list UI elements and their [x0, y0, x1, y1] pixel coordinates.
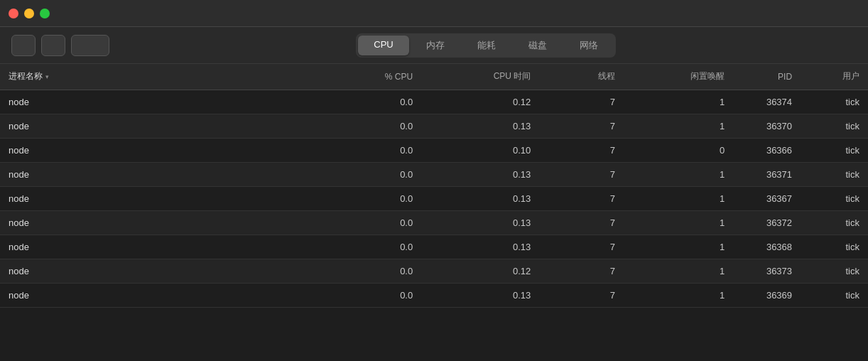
- main-content: CPU内存能耗磁盘网络 进程名称▾% CPUCPU 时间线程闲置唤醒PID用户 …: [0, 27, 868, 361]
- cell-pid-3: 36371: [733, 162, 801, 186]
- tab-group: CPU内存能耗磁盘网络: [356, 33, 615, 58]
- cell-name-6: node: [0, 235, 320, 259]
- cell-idle-1: 1: [624, 114, 733, 138]
- cell-cpu-7: 0.0: [320, 259, 421, 283]
- cell-user-6: tick: [801, 235, 868, 259]
- cell-ctime-1: 0.13: [421, 114, 539, 138]
- cell-pid-8: 36369: [733, 283, 801, 307]
- cell-pid-1: 36370: [733, 114, 801, 138]
- table-row[interactable]: node0.00.127136374tick: [0, 90, 868, 114]
- cell-name-1: node: [0, 114, 320, 138]
- cell-cpu-3: 0.0: [320, 162, 421, 186]
- cell-name-5: node: [0, 210, 320, 235]
- cell-ctime-8: 0.13: [421, 283, 539, 307]
- col-header-name[interactable]: 进程名称▾: [0, 64, 320, 90]
- cell-cpu-2: 0.0: [320, 138, 421, 162]
- cell-name-4: node: [0, 186, 320, 210]
- cell-user-4: tick: [801, 186, 868, 210]
- cell-idle-8: 1: [624, 283, 733, 307]
- col-header-ctime[interactable]: CPU 时间: [421, 64, 539, 90]
- cell-pid-0: 36374: [733, 90, 801, 114]
- cell-name-8: node: [0, 283, 320, 307]
- cell-user-8: tick: [801, 283, 868, 307]
- col-header-pid[interactable]: PID: [733, 64, 801, 90]
- info-button[interactable]: [41, 35, 65, 56]
- cell-thread-7: 7: [539, 259, 624, 283]
- tab-network[interactable]: 网络: [564, 36, 614, 55]
- table-row[interactable]: node0.00.137136369tick: [0, 283, 868, 307]
- cell-user-0: tick: [801, 90, 868, 114]
- cell-thread-2: 7: [539, 138, 624, 162]
- col-header-thread[interactable]: 线程: [539, 64, 624, 90]
- close-process-button[interactable]: [11, 35, 36, 56]
- cell-cpu-5: 0.0: [320, 210, 421, 235]
- tab-memory[interactable]: 内存: [411, 36, 460, 55]
- cell-cpu-1: 0.0: [320, 114, 421, 138]
- cell-ctime-6: 0.13: [421, 235, 539, 259]
- cell-pid-7: 36373: [733, 259, 801, 283]
- col-header-idle[interactable]: 闲置唤醒: [624, 64, 733, 90]
- cell-thread-0: 7: [539, 90, 624, 114]
- cell-user-1: tick: [801, 114, 868, 138]
- table-row[interactable]: node0.00.137136370tick: [0, 114, 868, 138]
- cell-ctime-3: 0.13: [421, 162, 539, 186]
- sort-arrow-icon: ▾: [45, 73, 49, 80]
- cell-cpu-0: 0.0: [320, 90, 421, 114]
- cell-name-7: node: [0, 259, 320, 283]
- cell-pid-2: 36366: [733, 138, 801, 162]
- table-row[interactable]: node0.00.107036366tick: [0, 138, 868, 162]
- table-header-row: 进程名称▾% CPUCPU 时间线程闲置唤醒PID用户: [0, 64, 868, 90]
- cell-ctime-7: 0.12: [421, 259, 539, 283]
- tab-disk[interactable]: 磁盘: [513, 36, 563, 55]
- cell-ctime-5: 0.13: [421, 210, 539, 235]
- table-row[interactable]: node0.00.127136373tick: [0, 259, 868, 283]
- cell-name-3: node: [0, 162, 320, 186]
- cell-thread-1: 7: [539, 114, 624, 138]
- tab-energy[interactable]: 能耗: [462, 36, 511, 55]
- tab-cpu[interactable]: CPU: [358, 36, 408, 55]
- table-row[interactable]: node0.00.137136372tick: [0, 210, 868, 235]
- cell-idle-6: 1: [624, 235, 733, 259]
- col-header-cpu[interactable]: % CPU: [320, 64, 421, 90]
- cell-ctime-2: 0.10: [421, 138, 539, 162]
- maximize-window-button[interactable]: [40, 9, 50, 18]
- gear-menu-button[interactable]: [71, 35, 109, 56]
- toolbar: CPU内存能耗磁盘网络: [0, 27, 868, 64]
- process-table: 进程名称▾% CPUCPU 时间线程闲置唤醒PID用户 node0.00.127…: [0, 64, 868, 308]
- cell-thread-6: 7: [539, 235, 624, 259]
- cell-thread-8: 7: [539, 283, 624, 307]
- title-bar: [0, 0, 868, 27]
- cell-idle-3: 1: [624, 162, 733, 186]
- table-row[interactable]: node0.00.137136371tick: [0, 162, 868, 186]
- cell-idle-7: 1: [624, 259, 733, 283]
- col-header-user[interactable]: 用户: [801, 64, 868, 90]
- cell-ctime-4: 0.13: [421, 186, 539, 210]
- cell-name-2: node: [0, 138, 320, 162]
- cell-thread-5: 7: [539, 210, 624, 235]
- cell-pid-5: 36372: [733, 210, 801, 235]
- cell-user-5: tick: [801, 210, 868, 235]
- table-row[interactable]: node0.00.137136367tick: [0, 186, 868, 210]
- cell-user-3: tick: [801, 162, 868, 186]
- minimize-window-button[interactable]: [24, 9, 34, 18]
- cell-ctime-0: 0.12: [421, 90, 539, 114]
- cell-name-0: node: [0, 90, 320, 114]
- cell-user-2: tick: [801, 138, 868, 162]
- cell-idle-0: 1: [624, 90, 733, 114]
- close-window-button[interactable]: [9, 9, 18, 18]
- cell-user-7: tick: [801, 259, 868, 283]
- cell-pid-6: 36368: [733, 235, 801, 259]
- cell-cpu-4: 0.0: [320, 186, 421, 210]
- cell-idle-4: 1: [624, 186, 733, 210]
- cell-pid-4: 36367: [733, 186, 801, 210]
- cell-thread-4: 7: [539, 186, 624, 210]
- table-container: 进程名称▾% CPUCPU 时间线程闲置唤醒PID用户 node0.00.127…: [0, 64, 868, 361]
- cell-cpu-6: 0.0: [320, 235, 421, 259]
- cell-cpu-8: 0.0: [320, 283, 421, 307]
- window-controls: [9, 9, 50, 18]
- cell-thread-3: 7: [539, 162, 624, 186]
- cell-idle-5: 1: [624, 210, 733, 235]
- cell-idle-2: 0: [624, 138, 733, 162]
- table-row[interactable]: node0.00.137136368tick: [0, 235, 868, 259]
